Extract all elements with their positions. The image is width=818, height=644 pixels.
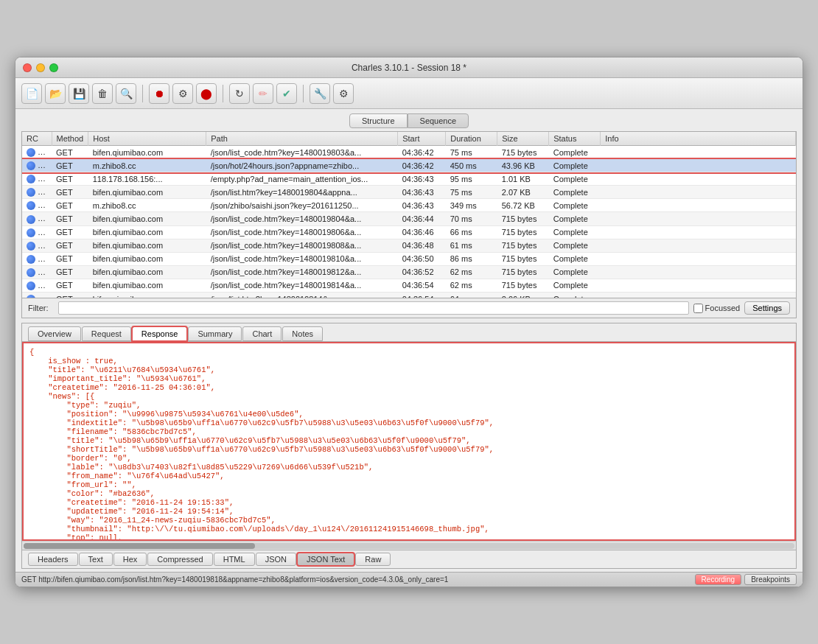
- table-body: 200GETbifen.qiumibao.com/json/list_code.…: [22, 146, 796, 298]
- table-row[interactable]: 200GETbifen.qiumibao.com/json/list.htm?k…: [22, 293, 796, 298]
- scrollbar-thumb[interactable]: [24, 543, 255, 549]
- tab-headers[interactable]: Headers: [28, 553, 78, 566]
- status-bar: GET http://bifen.qiumibao.com/json/list.…: [15, 572, 803, 587]
- breakpoints-badge: Breakpoints: [744, 574, 797, 585]
- status-url: GET http://bifen.qiumibao.com/json/list.…: [21, 575, 448, 584]
- filter-input[interactable]: [58, 301, 689, 315]
- table-row[interactable]: 200GETbifen.qiumibao.com/json/list_code.…: [22, 265, 796, 279]
- tab-summary[interactable]: Summary: [188, 326, 242, 341]
- col-header-rc: RC: [22, 132, 52, 146]
- toolbar-sep-2: [223, 85, 223, 102]
- detail-tab-bar: Overview Request Response Summary Chart …: [22, 323, 796, 342]
- tab-chart[interactable]: Chart: [242, 326, 282, 341]
- focussed-label: Focussed: [693, 304, 741, 313]
- tab-json-text[interactable]: JSON Text: [297, 553, 354, 566]
- col-header-status: Status: [549, 132, 601, 146]
- tab-html[interactable]: HTML: [214, 553, 255, 566]
- throttle-button[interactable]: ⚙: [172, 83, 193, 104]
- settings-button[interactable]: Settings: [744, 301, 790, 315]
- col-header-method: Method: [52, 132, 88, 146]
- col-header-size: Size: [497, 132, 549, 146]
- check-button[interactable]: ✔: [276, 83, 297, 104]
- save-button[interactable]: 💾: [69, 83, 89, 104]
- window-controls: [23, 63, 58, 72]
- col-header-duration: Duration: [446, 132, 497, 146]
- recording-badge: Recording: [695, 574, 742, 585]
- stop-button[interactable]: ⬤: [196, 83, 217, 104]
- main-content: RC Method Host Path Start Duration Size …: [15, 128, 803, 587]
- request-table-wrapper: RC Method Host Path Start Duration Size …: [21, 131, 797, 298]
- tab-structure[interactable]: Structure: [349, 113, 408, 128]
- table-row[interactable]: 200GETm.zhibo8.cc/json/hot/24hours.json?…: [22, 159, 796, 172]
- toolbar-sep-1: [142, 85, 143, 102]
- filter-label: Filter:: [28, 304, 54, 312]
- toolbar-sep-3: [303, 85, 304, 102]
- tab-sequence[interactable]: Sequence: [408, 113, 469, 128]
- status-right: Recording Breakpoints: [695, 574, 797, 585]
- table-row[interactable]: 200GETm.zhibo8.cc/json/zhibo/saishi.json…: [22, 199, 796, 212]
- request-table: RC Method Host Path Start Duration Size …: [22, 132, 796, 298]
- bottom-tab-bar: Headers Text Hex Compressed HTML JSON JS…: [22, 550, 796, 568]
- tab-compressed[interactable]: Compressed: [147, 553, 212, 566]
- table-row[interactable]: 200GETbifen.qiumibao.com/json/list_code.…: [22, 225, 796, 239]
- col-header-start: Start: [398, 132, 446, 146]
- tab-hex[interactable]: Hex: [113, 553, 147, 566]
- close-button[interactable]: [23, 63, 32, 72]
- tab-overview[interactable]: Overview: [28, 326, 81, 341]
- scrollbar-track: [24, 543, 794, 549]
- tab-text[interactable]: Text: [79, 553, 113, 566]
- table-row[interactable]: 200GET118.178.168.156:.../empty.php?ad_n…: [22, 172, 796, 186]
- new-session-button[interactable]: 📄: [21, 83, 42, 104]
- tools-button[interactable]: 🔧: [310, 83, 330, 104]
- minimize-button[interactable]: [36, 63, 45, 72]
- table-row[interactable]: 200GETbifen.qiumibao.com/json/list_code.…: [22, 279, 796, 292]
- table-header: RC Method Host Path Start Duration Size …: [22, 132, 796, 146]
- table-scroll[interactable]: RC Method Host Path Start Duration Size …: [22, 132, 796, 298]
- clear-button[interactable]: 🗑: [92, 83, 113, 104]
- tab-json[interactable]: JSON: [256, 553, 296, 566]
- col-header-info: Info: [601, 132, 796, 146]
- table-row[interactable]: 200GETbifen.qiumibao.com/json/list_code.…: [22, 239, 796, 252]
- prefs-button[interactable]: ⚙: [333, 83, 354, 104]
- filter-bar: Filter: Focussed Settings: [21, 298, 797, 318]
- record-button[interactable]: ⏺: [149, 83, 169, 104]
- detail-area: Overview Request Response Summary Chart …: [21, 323, 797, 569]
- col-header-host: Host: [88, 132, 206, 146]
- edit-button[interactable]: ✏: [253, 83, 273, 104]
- tab-raw[interactable]: Raw: [355, 553, 391, 566]
- search-button[interactable]: 🔍: [116, 83, 136, 104]
- tab-response[interactable]: Response: [132, 326, 188, 341]
- open-button[interactable]: 📂: [45, 83, 66, 104]
- col-header-path: Path: [206, 132, 398, 146]
- toolbar: 📄 📂 💾 🗑 🔍 ⏺ ⚙ ⬤ ↻ ✏ ✔ 🔧 ⚙: [15, 78, 803, 109]
- tab-request[interactable]: Request: [82, 326, 131, 341]
- window-title: Charles 3.10.1 - Session 18 *: [352, 63, 466, 73]
- response-content[interactable]: { is_show : true, "title": "\u6211\u7684…: [22, 342, 796, 541]
- table-row[interactable]: 200GETbifen.qiumibao.com/json/list.htm?k…: [22, 186, 796, 199]
- tab-notes[interactable]: Notes: [282, 326, 323, 341]
- main-window: Charles 3.10.1 - Session 18 * 📄 📂 💾 🗑 🔍 …: [15, 57, 803, 587]
- horizontal-scrollbar[interactable]: [22, 541, 796, 550]
- table-row[interactable]: 200GETbifen.qiumibao.com/json/list_code.…: [22, 146, 796, 159]
- titlebar: Charles 3.10.1 - Session 18 *: [15, 57, 803, 78]
- table-row[interactable]: 200GETbifen.qiumibao.com/json/list_code.…: [22, 212, 796, 225]
- maximize-button[interactable]: [49, 63, 58, 72]
- focussed-checkbox[interactable]: [693, 304, 703, 313]
- top-tab-bar: Structure Sequence: [15, 109, 803, 128]
- table-row[interactable]: 200GETbifen.qiumibao.com/json/list_code.…: [22, 252, 796, 265]
- refresh-button[interactable]: ↻: [229, 83, 250, 104]
